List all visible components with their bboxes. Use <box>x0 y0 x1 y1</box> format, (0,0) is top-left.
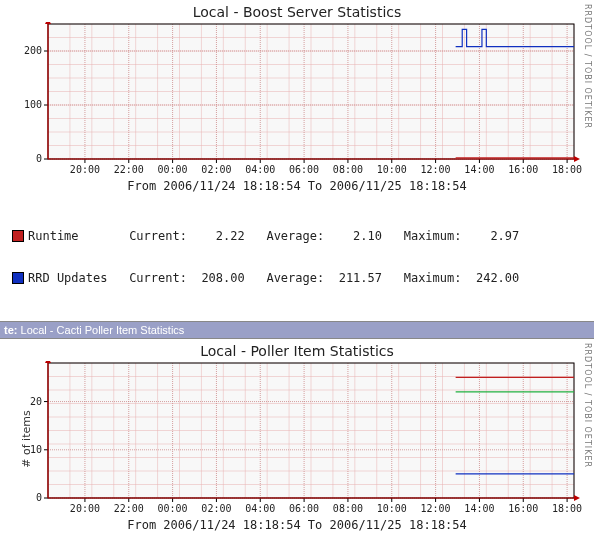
chart1-timespan: From 2006/11/24 18:18:54 To 2006/11/25 1… <box>0 177 594 199</box>
poller-item-panel: RRDTOOL / TOBI OETIKER Local - Poller It… <box>0 339 594 540</box>
svg-text:16:00: 16:00 <box>508 164 538 175</box>
swatch-runtime <box>12 230 24 242</box>
svg-text:18:00: 18:00 <box>552 164 582 175</box>
svg-text:00:00: 00:00 <box>158 503 188 514</box>
separator-bar: te: Local - Cacti Poller Item Statistics <box>0 321 594 339</box>
svg-text:200: 200 <box>24 45 42 56</box>
svg-text:08:00: 08:00 <box>333 164 363 175</box>
svg-text:06:00: 06:00 <box>289 164 319 175</box>
legend-row-rrdupdates: RRD Updates Current: 208.00 Average: 211… <box>12 271 594 285</box>
svg-text:10:00: 10:00 <box>377 164 407 175</box>
svg-text:12:00: 12:00 <box>421 164 451 175</box>
svg-text:04:00: 04:00 <box>245 503 275 514</box>
svg-text:08:00: 08:00 <box>333 503 363 514</box>
svg-text:20:00: 20:00 <box>70 503 100 514</box>
svg-marker-173 <box>574 495 580 501</box>
chart2-plot: # of items 20:0022:0000:0002:0004:0006:0… <box>0 361 594 516</box>
boost-server-panel: RRDTOOL / TOBI OETIKER Local - Boost Ser… <box>0 0 594 321</box>
legend-text-runtime: Runtime Current: 2.22 Average: 2.10 Maxi… <box>28 229 519 243</box>
chart2-title: Local - Poller Item Statistics <box>0 339 594 361</box>
svg-text:10: 10 <box>30 444 42 455</box>
svg-text:04:00: 04:00 <box>245 164 275 175</box>
svg-text:100: 100 <box>24 99 42 110</box>
svg-text:10:00: 10:00 <box>377 503 407 514</box>
svg-text:16:00: 16:00 <box>508 503 538 514</box>
svg-text:0: 0 <box>36 492 42 503</box>
svg-text:22:00: 22:00 <box>114 164 144 175</box>
chart1-legend: Runtime Current: 2.22 Average: 2.10 Maxi… <box>0 199 594 321</box>
svg-text:20:00: 20:00 <box>70 164 100 175</box>
svg-marker-84 <box>45 22 51 24</box>
svg-text:00:00: 00:00 <box>158 164 188 175</box>
svg-marker-86 <box>574 156 580 162</box>
svg-text:20: 20 <box>30 396 42 407</box>
chart1-title: Local - Boost Server Statistics <box>0 0 594 22</box>
svg-text:02:00: 02:00 <box>201 164 231 175</box>
svg-text:22:00: 22:00 <box>114 503 144 514</box>
chart2-svg: 20:0022:0000:0002:0004:0006:0008:0010:00… <box>0 361 594 516</box>
legend-text-rrdupdates: RRD Updates Current: 208.00 Average: 211… <box>28 271 519 285</box>
legend-row-runtime: Runtime Current: 2.22 Average: 2.10 Maxi… <box>12 229 594 243</box>
chart1-plot: 20:0022:0000:0002:0004:0006:0008:0010:00… <box>0 22 594 177</box>
svg-text:14:00: 14:00 <box>464 164 494 175</box>
svg-text:12:00: 12:00 <box>421 503 451 514</box>
svg-text:02:00: 02:00 <box>201 503 231 514</box>
svg-text:0: 0 <box>36 153 42 164</box>
separator-text: Local - Cacti Poller Item Statistics <box>21 324 185 336</box>
chart2-timespan: From 2006/11/24 18:18:54 To 2006/11/25 1… <box>0 516 594 538</box>
svg-text:18:00: 18:00 <box>552 503 582 514</box>
chart1-svg: 20:0022:0000:0002:0004:0006:0008:0010:00… <box>0 22 594 177</box>
svg-marker-171 <box>45 361 51 363</box>
svg-text:14:00: 14:00 <box>464 503 494 514</box>
swatch-rrdupdates <box>12 272 24 284</box>
separator-label: te: <box>4 324 17 336</box>
svg-text:06:00: 06:00 <box>289 503 319 514</box>
